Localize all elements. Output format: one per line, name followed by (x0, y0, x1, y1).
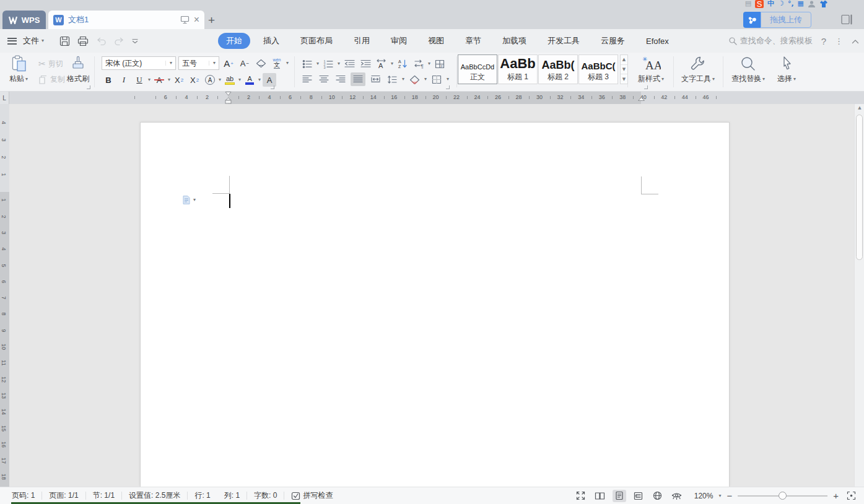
zoom-slider[interactable] (738, 495, 827, 497)
vertical-scrollbar[interactable]: ▲ (854, 104, 864, 487)
drag-upload-button[interactable]: 拖拽上传 (743, 12, 811, 28)
pinyin-guide-button[interactable]: wén 文 (270, 56, 284, 70)
zoom-level[interactable]: 120% (694, 492, 713, 500)
numbering-button[interactable]: 123 (321, 57, 335, 71)
collapse-ribbon-icon[interactable] (852, 37, 859, 46)
align-left-button[interactable] (300, 72, 314, 86)
style-标题 3[interactable]: AaBbC(标题 3 (578, 54, 618, 84)
char-scale-button[interactable]: A (375, 57, 388, 71)
font-size-select[interactable]: 五号▾ (178, 56, 219, 70)
document-tab[interactable]: W 文档1 × (48, 11, 204, 29)
scroll-up-icon[interactable]: ▲ (855, 105, 864, 110)
tab-stop-selector[interactable]: L (0, 92, 9, 104)
format-painter-button[interactable]: 格式刷 (64, 55, 92, 84)
main-menu-icon[interactable] (7, 36, 17, 46)
outline-view-icon[interactable] (632, 490, 645, 502)
subscript-button[interactable]: X2 (188, 73, 201, 87)
web-view-icon[interactable] (651, 490, 665, 502)
zoom-in-button[interactable]: + (833, 490, 839, 501)
print-button[interactable] (77, 35, 89, 47)
menu-tab-章节[interactable]: 章节 (457, 33, 489, 49)
grow-font-button[interactable]: A+ (222, 56, 235, 70)
two-page-view-icon[interactable] (593, 490, 607, 502)
zoom-dropdown[interactable]: ▾ (718, 493, 721, 498)
increase-indent-button[interactable] (359, 57, 372, 71)
chinese-mode-icon[interactable]: 中 (767, 0, 774, 8)
font-color-dropdown[interactable]: ▾ (258, 77, 261, 82)
undo-button[interactable] (95, 36, 107, 46)
scrollbar-thumb[interactable] (856, 115, 863, 260)
cut-button[interactable]: ✂ 剪切 (37, 58, 64, 70)
char-shading-button[interactable]: A (263, 73, 276, 87)
input-assist-button[interactable]: ▾ (181, 195, 196, 205)
bullets-dropdown[interactable]: ▾ (316, 61, 319, 66)
save-button[interactable] (59, 35, 71, 47)
bold-button[interactable]: B (102, 73, 115, 87)
input-assist-dropdown[interactable]: ▾ (193, 198, 196, 202)
line-spacing-button[interactable] (385, 72, 399, 86)
account-icon[interactable] (808, 0, 816, 8)
spellcheck-button[interactable]: 拼写检查 (284, 490, 339, 501)
menu-tab-开发工具[interactable]: 开发工具 (539, 33, 588, 49)
sort-button[interactable]: AZ (396, 57, 409, 71)
font-color-button[interactable]: A (243, 73, 256, 87)
shrink-font-button[interactable]: A− (238, 56, 251, 70)
paragraph-dialog-launcher[interactable] (446, 85, 450, 89)
menu-tab-引用[interactable]: 引用 (346, 33, 378, 49)
status-item[interactable]: 行: 1 (188, 490, 217, 501)
pinyin-dropdown[interactable]: ▾ (286, 61, 289, 66)
status-item[interactable]: 设置值: 2.5厘米 (122, 490, 187, 501)
shading-button[interactable] (408, 72, 421, 86)
borders-dropdown[interactable]: ▾ (447, 77, 449, 82)
menu-tab-插入[interactable]: 插入 (255, 33, 287, 49)
select-button[interactable]: 选择▾ (772, 56, 801, 84)
borders-button[interactable] (430, 72, 443, 86)
numbering-dropdown[interactable]: ▾ (338, 61, 340, 66)
vertical-ruler[interactable]: 432112345678910111213141516171819 (0, 104, 9, 487)
half-moon-icon[interactable]: ☽ (778, 0, 784, 8)
show-marks-button[interactable]: ¶ (412, 57, 425, 71)
highlight-button[interactable]: ab (223, 73, 237, 87)
new-tab-button[interactable]: + (208, 14, 215, 27)
strikethrough-dropdown[interactable]: ▾ (168, 77, 170, 82)
font-dialog-launcher[interactable] (271, 85, 274, 89)
align-right-button[interactable] (334, 72, 347, 86)
text-effects-button[interactable]: A (203, 73, 217, 87)
status-item[interactable]: 页面: 1/1 (42, 490, 85, 501)
bullets-button[interactable] (300, 57, 314, 71)
menu-tab-加载项[interactable]: 加载项 (494, 33, 535, 49)
show-marks-dropdown[interactable]: ▾ (428, 61, 430, 66)
shading-dropdown[interactable]: ▾ (424, 77, 427, 82)
menu-tab-Efofex[interactable]: Efofex (638, 34, 677, 48)
more-options-icon[interactable]: ⋮ (835, 37, 843, 46)
italic-button[interactable]: I (117, 73, 131, 87)
clear-format-button[interactable] (254, 56, 268, 70)
style-正文[interactable]: AaBbCcDd正文 (458, 54, 497, 84)
screen-share-icon[interactable] (180, 15, 190, 24)
window-layout-icon[interactable] (840, 14, 853, 27)
style-scroll-down-icon[interactable]: ▼ (621, 65, 627, 75)
align-center-button[interactable] (317, 72, 331, 86)
eye-protection-icon[interactable] (670, 490, 684, 502)
font-family-select[interactable]: 宋体 (正文)▾ (102, 56, 176, 70)
sogou-icon[interactable]: S (755, 0, 764, 8)
find-replace-button[interactable]: 查找替换▾ (728, 56, 769, 84)
soft-keyboard-icon[interactable]: ▦ (798, 0, 804, 8)
menu-tab-审阅[interactable]: 审阅 (383, 33, 415, 49)
menu-tab-开始[interactable]: 开始 (218, 33, 250, 49)
decrease-indent-button[interactable] (343, 57, 356, 71)
fit-page-icon[interactable] (844, 490, 858, 502)
menu-tab-云服务[interactable]: 云服务 (593, 33, 633, 49)
ink-icon[interactable]: ▤ (745, 0, 751, 8)
wps-home-tab[interactable]: WPS (2, 11, 46, 29)
zoom-slider-knob[interactable] (779, 492, 787, 500)
line-spacing-dropdown[interactable]: ▾ (402, 77, 404, 82)
copy-button[interactable]: 复制 (37, 73, 66, 85)
status-item[interactable]: 节: 1/1 (86, 490, 121, 501)
justify-button[interactable] (351, 72, 365, 86)
style-标题 2[interactable]: AaBb(标题 2 (538, 54, 578, 84)
punctuation-icon[interactable]: °, (788, 0, 794, 8)
redo-button[interactable] (113, 36, 125, 46)
underline-dropdown[interactable]: ▾ (148, 77, 151, 82)
first-line-indent-marker[interactable] (223, 92, 233, 104)
